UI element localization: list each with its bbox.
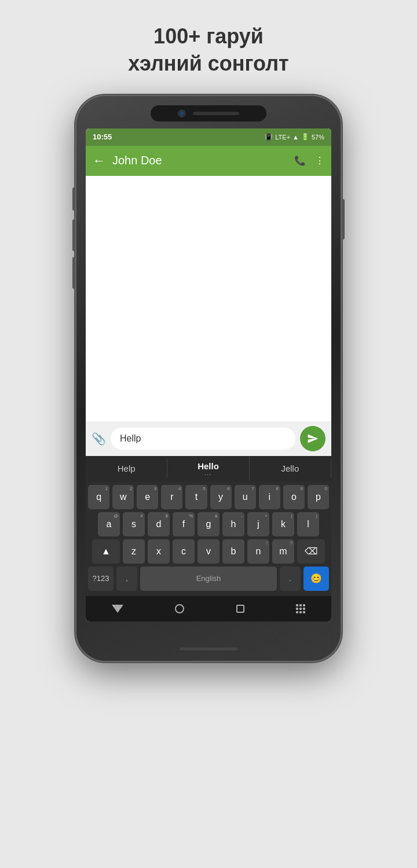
back-button[interactable]: ← — [93, 153, 105, 168]
keyboard-nav-button[interactable] — [296, 604, 305, 613]
key-i[interactable]: i8 — [259, 485, 280, 509]
title-line1: 100+ гаруй — [153, 24, 264, 48]
phone-vol-down-button — [72, 257, 75, 289]
key-y[interactable]: y6 — [210, 485, 232, 509]
key-k[interactable]: k( — [272, 512, 294, 536]
key-w[interactable]: w2 — [112, 485, 134, 509]
battery-icon: 🔋 — [301, 133, 309, 141]
key-s[interactable]: s# — [123, 512, 145, 536]
phone-mockup: 10:55 📳 LTE+ ▲ 🔋 57% ← John Doe 📞 ⋮ — [75, 95, 342, 662]
keyboard-row-bottom: ?123 , English . 😊 — [88, 567, 329, 591]
key-l[interactable]: l) — [297, 512, 319, 536]
chat-area — [86, 176, 331, 421]
key-h[interactable]: h- — [222, 512, 244, 536]
app-bar: ← John Doe 📞 ⋮ — [86, 146, 331, 176]
autocomplete-dots: ... — [167, 471, 248, 476]
keyboard-row-2: a@ s# d$ f% g& h- j+ k( l) — [88, 512, 329, 536]
phone-frame: 10:55 📳 LTE+ ▲ 🔋 57% ← John Doe 📞 ⋮ — [75, 95, 342, 662]
phone-vol-up-button — [72, 219, 75, 251]
key-r[interactable]: r4 — [161, 485, 182, 509]
autocomplete-bar: Help Hello ... Jello — [86, 456, 331, 481]
period-key[interactable]: . — [280, 567, 301, 591]
status-time: 10:55 — [93, 133, 112, 141]
more-options-button[interactable]: ⋮ — [315, 155, 324, 166]
key-q[interactable]: q1 — [88, 485, 109, 509]
battery-percent: 57% — [312, 134, 324, 141]
key-z[interactable]: z — [123, 539, 145, 564]
autocomplete-hello[interactable]: Hello ... — [167, 457, 249, 481]
phone-power-button — [342, 199, 345, 240]
key-c[interactable]: c — [173, 539, 195, 564]
vibrate-icon: 📳 — [265, 133, 273, 141]
status-bar: 10:55 📳 LTE+ ▲ 🔋 57% — [86, 128, 331, 146]
keyboard-row-3: ▲ z x c v b n! m? ⌫ — [88, 539, 329, 564]
status-icons: 📳 LTE+ ▲ 🔋 57% — [265, 133, 324, 141]
key-n[interactable]: n! — [247, 539, 269, 564]
key-e[interactable]: e3 — [137, 485, 158, 509]
phone-screen: 10:55 📳 LTE+ ▲ 🔋 57% ← John Doe 📞 ⋮ — [86, 128, 331, 621]
key-v[interactable]: v — [197, 539, 220, 564]
key-g[interactable]: g& — [197, 512, 220, 536]
key-m[interactable]: m? — [272, 539, 294, 564]
key-b[interactable]: b — [222, 539, 244, 564]
lte-indicator: LTE+ — [275, 134, 290, 141]
key-x[interactable]: x — [148, 539, 170, 564]
input-area: 📎 — [86, 421, 331, 456]
send-icon — [307, 433, 319, 444]
attach-icon[interactable]: 📎 — [92, 432, 106, 446]
call-button[interactable]: 📞 — [294, 155, 306, 166]
key-u[interactable]: u7 — [235, 485, 256, 509]
keyboard-row-1: q1 w2 e3 r4 t5 y6 u7 i8 o9 p0 — [88, 485, 329, 509]
space-key[interactable]: English — [140, 567, 277, 591]
send-button[interactable] — [300, 426, 325, 451]
keyboard: q1 w2 e3 r4 t5 y6 u7 i8 o9 p0 a@ s# d$ f… — [86, 481, 331, 596]
autocomplete-help[interactable]: Help — [86, 459, 167, 478]
phone-nav-bar — [86, 596, 331, 621]
phone-speaker — [193, 112, 239, 115]
signal-icon: ▲ — [292, 134, 299, 141]
phone-camera — [178, 109, 186, 117]
message-input[interactable] — [111, 428, 295, 450]
comma-key[interactable]: , — [116, 567, 137, 591]
key-a[interactable]: a@ — [98, 512, 120, 536]
emoji-key[interactable]: 😊 — [303, 567, 329, 591]
recents-nav-button[interactable] — [236, 605, 244, 613]
key-t[interactable]: t5 — [185, 485, 207, 509]
phone-camera-area — [151, 105, 266, 122]
key-o[interactable]: o9 — [283, 485, 305, 509]
title-line2: хэлний сонголт — [128, 52, 288, 75]
back-nav-button[interactable] — [112, 605, 123, 613]
home-nav-button[interactable] — [175, 604, 184, 613]
app-bar-actions: 📞 ⋮ — [294, 155, 324, 166]
phone-mute-button — [72, 187, 75, 211]
key-p[interactable]: p0 — [308, 485, 329, 509]
shift-key[interactable]: ▲ — [92, 539, 120, 564]
key-f[interactable]: f% — [173, 512, 195, 536]
page-title: 100+ гаруй хэлний сонголт — [128, 23, 288, 78]
contact-name: John Doe — [112, 154, 294, 167]
key-j[interactable]: j+ — [247, 512, 269, 536]
key-d[interactable]: d$ — [148, 512, 170, 536]
autocomplete-jello[interactable]: Jello — [250, 459, 331, 478]
phone-bottom-bar — [180, 648, 237, 650]
delete-key[interactable]: ⌫ — [297, 539, 325, 564]
num-key[interactable]: ?123 — [88, 567, 114, 591]
